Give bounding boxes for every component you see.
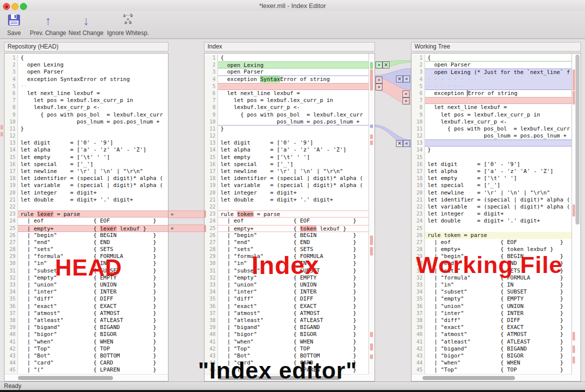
code-line[interactable]: 34 | "inter" { INTER } bbox=[4, 288, 168, 296]
code-line[interactable]: 16let digit = ['0' - '9'] bbox=[412, 161, 572, 168]
code-line[interactable]: 2 open Parser bbox=[412, 62, 572, 68]
code-line[interactable]: 4· · · · · · bbox=[412, 76, 572, 83]
code-line[interactable]: 23rule lexer = parse bbox=[4, 210, 168, 218]
code-line[interactable]: 37 | "atmost" { ATMOST } bbox=[4, 310, 168, 317]
code-line[interactable]: 25 bbox=[412, 225, 572, 232]
code-line[interactable]: 37 | "atmost" { ATMOST } bbox=[204, 310, 369, 317]
vertical-scrollbar[interactable] bbox=[572, 54, 580, 381]
stage-hunk-button[interactable]: » bbox=[376, 76, 382, 84]
stage-hunk-button[interactable]: » bbox=[376, 62, 382, 68]
code-line[interactable]: 32 | "empty" { EMPTY } bbox=[204, 274, 369, 282]
code-line[interactable]: 38 | "diff" { DIFF } bbox=[412, 317, 572, 324]
horizontal-scrollbar[interactable] bbox=[412, 374, 572, 381]
code-line[interactable]: 26rule token = parse bbox=[412, 232, 572, 239]
horizontal-scrollbar[interactable] bbox=[4, 374, 168, 381]
code-line[interactable]: 20let newline = '\r' | '\n' | "\r\n" bbox=[412, 190, 572, 196]
code-line[interactable]: 15let empty = ['\t' ' '] bbox=[4, 154, 168, 161]
code-line[interactable]: 27 | eof { EOF } bbox=[412, 239, 572, 246]
code-line[interactable]: 33 | "union" { UNION } bbox=[4, 282, 168, 288]
code-line[interactable]: 7 bbox=[412, 97, 572, 104]
code-line[interactable]: 31 | "subset" { SUBSET } bbox=[4, 268, 168, 274]
code-line[interactable]: 17let newline = '\r' | '\n' | "\r\n" bbox=[204, 168, 369, 175]
code-line[interactable]: 18let identifier = (special | digit)* al… bbox=[4, 175, 168, 182]
code-line[interactable]: 13let digit = ['0' - '9'] bbox=[4, 140, 168, 146]
code-line[interactable]: 30 | "in" { IN } bbox=[4, 260, 168, 267]
code-line[interactable]: 28 | "sets" { SETS } bbox=[4, 246, 168, 253]
code-line[interactable]: 19let special = ['_'] bbox=[412, 182, 572, 189]
unstage-hunk-button[interactable]: « bbox=[403, 140, 410, 147]
code-line[interactable]: 10 pos_lnum = pos.pos_lnum + bbox=[204, 118, 369, 126]
unstage-hunk-button[interactable]: « bbox=[402, 90, 410, 98]
code-line[interactable]: 22 bbox=[4, 204, 168, 210]
code-line[interactable]: 11 { pos with pos_bol = lexbuf.lex_curr bbox=[412, 126, 572, 132]
code-line[interactable]: 15let empty = ['\t' ' '] bbox=[204, 154, 369, 161]
code-line[interactable]: 2 open Lexing bbox=[4, 62, 168, 68]
code-line[interactable]: 43 | "Bot" { BOTTOM } bbox=[4, 352, 168, 360]
code-line[interactable]: 45 | "(" { LPAREN } bbox=[204, 366, 369, 374]
code-line[interactable]: 36 | "exact" { EXACT } bbox=[4, 303, 168, 310]
code-line[interactable]: 28 | "sets" { SETS } bbox=[204, 246, 369, 253]
code-line[interactable]: 29 | "begin" { BEGIN } bbox=[412, 253, 572, 260]
code-line[interactable]: 29 | "formula" { FORMULA } bbox=[4, 253, 168, 260]
code-line[interactable]: 42 | "bigand" { BIGAND } bbox=[412, 346, 572, 352]
code-line[interactable]: 33 | "union" { UNION } bbox=[204, 282, 369, 288]
prev-change-button[interactable]: ↑ Prev. Change bbox=[28, 12, 68, 38]
code-line[interactable]: 3 open Lexing (* Just for the `next_line… bbox=[412, 68, 572, 76]
code-line[interactable]: 22let variable = (special | digit)* alph… bbox=[412, 204, 572, 210]
code-line[interactable]: 31 | "subset" { SUBSET } bbox=[204, 268, 369, 274]
code-line[interactable]: 21let double = digit+ '.' digit+ bbox=[204, 196, 369, 204]
code-line[interactable]: 9 let pos = lexbuf.lex_curr_p in bbox=[412, 112, 572, 118]
code-line[interactable]: 41 | "atleast" { ATLEAST } bbox=[412, 338, 572, 346]
code-line[interactable]: 10 pos_lnum = pos.pos_lnum + bbox=[4, 118, 168, 126]
code-line[interactable]: 8 let next_line lexbuf = bbox=[412, 104, 572, 111]
ignore-whitespace-button[interactable]: a··b = a·b Ignore Whitesp. bbox=[104, 12, 152, 38]
scrollbar-thumb[interactable] bbox=[576, 54, 580, 224]
code-line[interactable]: 4 exception SyntaxError of string bbox=[4, 76, 168, 83]
discard-hunk-button[interactable]: × bbox=[396, 140, 403, 147]
next-change-button[interactable]: ↓ Next Change bbox=[67, 12, 105, 38]
code-line[interactable]: 33 | "in" { IN } bbox=[412, 282, 572, 288]
code-line[interactable]: 28 | empty+ { token lexbuf } bbox=[412, 246, 572, 253]
code-line[interactable]: 39 | "bigand" { BIGAND } bbox=[4, 324, 168, 331]
code-line[interactable]: 13let digit = ['0' - '9'] bbox=[204, 140, 369, 146]
code-line[interactable]: 24 | eof { EOF } bbox=[204, 218, 369, 224]
code-line[interactable]: 14let alpha = ['a' - 'z' 'A' - 'Z'] bbox=[4, 146, 168, 154]
code-line[interactable]: 40 | "bigor" { BIGOR } bbox=[204, 331, 369, 338]
code-line[interactable]: 35 | "diff" { DIFF } bbox=[4, 296, 168, 302]
code-line[interactable]: 1{ bbox=[204, 54, 369, 62]
code-line[interactable]: 44 | "when" { WHEN } bbox=[412, 360, 572, 366]
code-line[interactable]: 24 | eof { EOF } bbox=[4, 218, 168, 224]
code-line[interactable]: 1{ bbox=[412, 54, 572, 62]
code-line[interactable]: 15 bbox=[412, 154, 572, 161]
code-line[interactable]: 7 let pos = lexbuf.lex_curr_p in bbox=[204, 97, 369, 104]
code-line[interactable]: 35 | "diff" { DIFF } bbox=[204, 296, 369, 302]
code-line[interactable]: 6 let next_line lexbuf = bbox=[204, 90, 369, 97]
code-line[interactable]: 40 | "atmost" { ATMOST } bbox=[412, 331, 572, 338]
code-line[interactable]: 13 bbox=[412, 140, 572, 146]
code-line[interactable]: 20let integer = digit+ bbox=[204, 190, 369, 196]
code-line[interactable]: 36 | "exact" { EXACT } bbox=[204, 303, 369, 310]
code-line[interactable]: 23let integer = digit+ bbox=[412, 210, 572, 218]
code-line[interactable]: 42 | "Top" { TOP } bbox=[4, 346, 168, 352]
working-tree-pane-editor[interactable]: 1{2 open Parser3 open Lexing (* Just for… bbox=[411, 53, 581, 382]
code-line[interactable]: 6 let next_line lexbuf = bbox=[4, 90, 168, 97]
code-line[interactable]: 45 | "Top" { TOP } bbox=[412, 366, 572, 374]
code-line[interactable]: 10 lexbuf.lex_curr_p <- bbox=[412, 118, 572, 126]
code-line[interactable]: 41 | "when" { WHEN } bbox=[4, 338, 168, 346]
code-line[interactable]: 18let identifier = (special | digit)* al… bbox=[204, 175, 369, 182]
code-line[interactable]: 36 | "union" { UNION } bbox=[412, 303, 572, 310]
code-line[interactable]: 19let variable = (special | digit)* alph… bbox=[204, 182, 369, 189]
code-line[interactable]: 18let empty = ['\t' ' '] bbox=[412, 175, 572, 182]
discard-hunk-button[interactable]: × bbox=[382, 62, 390, 68]
code-line[interactable]: 11} bbox=[4, 126, 168, 132]
horizontal-scrollbar[interactable] bbox=[204, 374, 369, 381]
code-line[interactable]: 25 | empty+ { lexer lexbuf } bbox=[4, 225, 168, 232]
stage-hunk-marker[interactable]: » bbox=[170, 226, 174, 232]
code-line[interactable]: 17let alpha = ['a' - 'z' 'A' - 'Z'] bbox=[412, 168, 572, 175]
code-line[interactable]: 12 pos_lnum = pos.pos_lnum + bbox=[412, 132, 572, 140]
stage-hunk-marker[interactable]: » bbox=[170, 212, 174, 218]
code-line[interactable]: 40 | "bigor" { BIGOR } bbox=[4, 331, 168, 338]
code-line[interactable]: 34 | "subset" { SUBSET } bbox=[412, 288, 572, 296]
code-line[interactable]: 41 | "when" { WHEN } bbox=[204, 338, 369, 346]
code-line[interactable]: 5·· bbox=[204, 83, 369, 90]
